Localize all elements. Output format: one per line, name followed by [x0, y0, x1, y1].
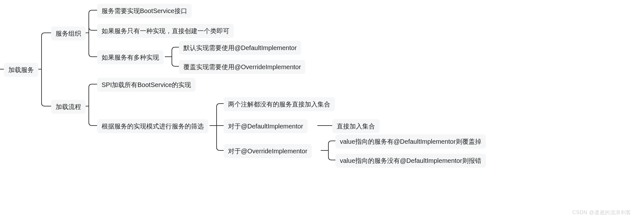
- node-for-override: 对于@OverrideImplementor: [224, 144, 312, 158]
- leaf-value-has-default: value指向的服务有@DefaultImplementor则覆盖掉: [335, 134, 486, 149]
- node-filter-by-mode: 根据服务的实现模式进行服务的筛选: [97, 119, 208, 133]
- leaf-spi-load: SPI加载所有BootService的实现: [97, 78, 195, 92]
- watermark: CSDN @遗逝的流浪剑客: [572, 209, 631, 216]
- node-for-default: 对于@DefaultImplementor: [224, 119, 308, 133]
- mindmap-canvas: 加载服务 服务组织 服务需要实现BootService接口 如果服务只有一种实现…: [0, 0, 644, 218]
- leaf-override-implementor: 覆盖实现需要使用@OverrideImplementor: [179, 60, 305, 74]
- leaf-default-implementor: 默认实现需要使用@DefaultImplementor: [179, 41, 301, 55]
- root-node: 加载服务: [4, 63, 38, 77]
- leaf-no-annotation: 两个注解都没有的服务直接加入集合: [224, 97, 335, 111]
- branch-service-organization: 服务组织: [51, 26, 86, 40]
- leaf-bootservice-interface: 服务需要实现BootService接口: [97, 4, 192, 18]
- leaf-single-impl: 如果服务只有一种实现，直接创建一个类即可: [97, 24, 234, 38]
- node-multi-impl: 如果服务有多种实现: [97, 50, 164, 64]
- leaf-direct-add: 直接加入集合: [332, 119, 379, 133]
- leaf-value-no-default: value指向的服务没有@DefaultImplementor则报错: [335, 154, 486, 168]
- branch-load-process: 加载流程: [51, 100, 86, 114]
